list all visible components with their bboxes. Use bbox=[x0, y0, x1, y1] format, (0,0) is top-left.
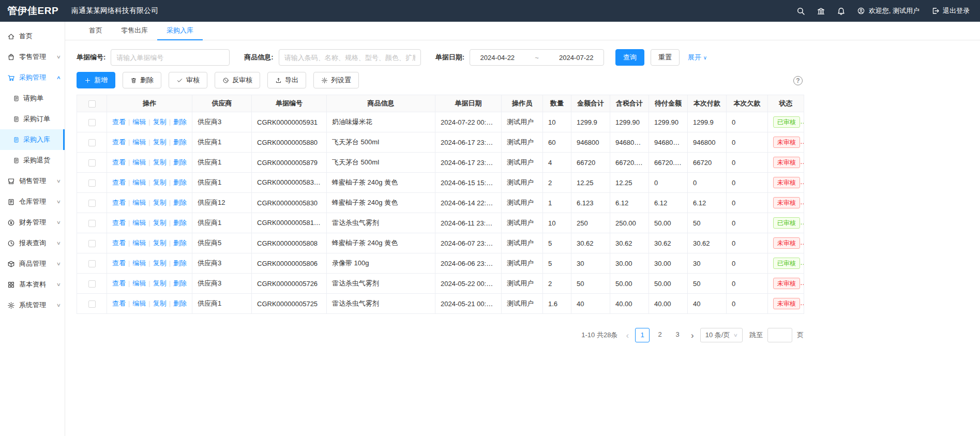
sidebar-item-warehouse[interactable]: 仓库管理∨ bbox=[0, 191, 65, 212]
row-action-edit[interactable]: 编辑 bbox=[132, 118, 146, 126]
row-action-view[interactable]: 查看 bbox=[112, 178, 126, 186]
row-action-delete[interactable]: 删除 bbox=[173, 158, 187, 166]
cell-qty: 60 bbox=[543, 132, 571, 153]
date-to-value[interactable]: 2024-07-22 bbox=[559, 54, 594, 62]
audit-button[interactable]: 审核 bbox=[169, 72, 207, 88]
sidebar-subitem-request-order[interactable]: 请购单 bbox=[0, 88, 65, 109]
date-range-picker[interactable]: 2024-04-22 ~ 2024-07-22 bbox=[470, 49, 604, 66]
export-icon bbox=[275, 77, 282, 84]
row-action-delete[interactable]: 删除 bbox=[173, 299, 187, 307]
row-checkbox[interactable] bbox=[88, 280, 96, 288]
row-action-copy[interactable]: 复制 bbox=[153, 138, 167, 146]
row-action-edit[interactable]: 编辑 bbox=[132, 138, 146, 146]
page-size-select[interactable]: 10 条/页 ∨ bbox=[700, 328, 743, 342]
row-action-edit[interactable]: 编辑 bbox=[132, 199, 146, 206]
next-page-button[interactable]: › bbox=[689, 331, 696, 340]
row-action-view[interactable]: 查看 bbox=[112, 199, 126, 206]
row-checkbox[interactable] bbox=[88, 139, 96, 146]
row-action-edit[interactable]: 编辑 bbox=[132, 299, 146, 307]
row-action-delete[interactable]: 删除 bbox=[173, 138, 187, 146]
row-action-edit[interactable]: 编辑 bbox=[132, 259, 146, 267]
row-action-view[interactable]: 查看 bbox=[112, 279, 126, 287]
sidebar-subitem-purchase-inbound[interactable]: 采购入库 bbox=[0, 129, 65, 150]
page-button-1[interactable]: 1 bbox=[635, 328, 650, 342]
order-no-input[interactable] bbox=[111, 49, 230, 66]
prev-page-button[interactable]: ‹ bbox=[624, 331, 630, 340]
row-checkbox[interactable] bbox=[88, 300, 96, 308]
row-action-copy[interactable]: 复制 bbox=[153, 219, 167, 227]
cell-operator: 测试用户 bbox=[502, 274, 543, 294]
page-button-3[interactable]: 3 bbox=[670, 328, 685, 342]
sidebar-item-report[interactable]: 报表查询∨ bbox=[0, 233, 65, 253]
sidebar-item-finance[interactable]: 财务管理∨ bbox=[0, 212, 65, 233]
sidebar-item-retail[interactable]: 零售管理∨ bbox=[0, 47, 65, 67]
sidebar-subitem-purchase-return[interactable]: 采购退货 bbox=[0, 150, 65, 171]
row-checkbox[interactable] bbox=[88, 119, 96, 126]
row-action-view[interactable]: 查看 bbox=[112, 259, 126, 267]
row-action-delete[interactable]: 删除 bbox=[173, 259, 187, 267]
row-checkbox[interactable] bbox=[88, 179, 96, 187]
row-action-edit[interactable]: 编辑 bbox=[132, 219, 146, 227]
row-action-copy[interactable]: 复制 bbox=[153, 239, 167, 247]
row-action-edit[interactable]: 编辑 bbox=[132, 279, 146, 287]
reset-button[interactable]: 重置 bbox=[651, 49, 680, 66]
tab-home[interactable]: 首页 bbox=[80, 22, 112, 40]
row-action-view[interactable]: 查看 bbox=[112, 158, 126, 166]
row-action-edit[interactable]: 编辑 bbox=[132, 158, 146, 166]
sidebar-item-system[interactable]: 系统管理∨ bbox=[0, 295, 65, 315]
date-from-value[interactable]: 2024-04-22 bbox=[480, 54, 515, 62]
bank-icon[interactable] bbox=[817, 7, 825, 16]
row-checkbox[interactable] bbox=[88, 200, 96, 207]
row-action-view[interactable]: 查看 bbox=[112, 239, 126, 247]
search-button[interactable]: 查询 bbox=[615, 49, 644, 66]
row-action-delete[interactable]: 删除 bbox=[173, 199, 187, 206]
row-action-copy[interactable]: 复制 bbox=[153, 259, 167, 267]
row-action-delete[interactable]: 删除 bbox=[173, 279, 187, 287]
row-checkbox[interactable] bbox=[88, 159, 96, 167]
expand-link[interactable]: 展开 ∨ bbox=[688, 53, 707, 62]
search-icon[interactable] bbox=[796, 7, 805, 16]
row-action-edit[interactable]: 编辑 bbox=[132, 239, 146, 247]
row-checkbox[interactable] bbox=[88, 240, 96, 247]
row-action-view[interactable]: 查看 bbox=[112, 219, 126, 227]
row-action-copy[interactable]: 复制 bbox=[153, 158, 167, 166]
row-checkbox[interactable] bbox=[88, 260, 96, 267]
row-action-edit[interactable]: 编辑 bbox=[132, 178, 146, 186]
welcome-user[interactable]: 欢迎您, 测试用户 bbox=[857, 6, 919, 16]
sidebar-item-sales[interactable]: 销售管理∨ bbox=[0, 171, 65, 191]
row-action-copy[interactable]: 复制 bbox=[153, 279, 167, 287]
tab-retail-outbound[interactable]: 零售出库 bbox=[112, 22, 157, 40]
export-button[interactable]: 导出 bbox=[267, 72, 306, 88]
tab-purchase-inbound[interactable]: 采购入库 bbox=[157, 22, 203, 40]
help-icon[interactable]: ? bbox=[793, 76, 803, 85]
column-header-0: 操作 bbox=[107, 95, 192, 112]
sidebar-subitem-purchase-order[interactable]: 采购订单 bbox=[0, 109, 65, 129]
sidebar-item-purchase[interactable]: 采购管理∧ bbox=[0, 67, 65, 88]
row-action-delete[interactable]: 删除 bbox=[173, 239, 187, 247]
row-action-view[interactable]: 查看 bbox=[112, 118, 126, 126]
product-info-input[interactable] bbox=[279, 49, 421, 66]
jump-page-input[interactable] bbox=[767, 328, 792, 342]
row-action-delete[interactable]: 删除 bbox=[173, 178, 187, 186]
delete-button[interactable]: 删除 bbox=[123, 72, 161, 88]
row-action-view[interactable]: 查看 bbox=[112, 138, 126, 146]
cell-qty: 1.6 bbox=[543, 294, 571, 314]
row-checkbox[interactable] bbox=[88, 220, 96, 227]
row-action-copy[interactable]: 复制 bbox=[153, 118, 167, 126]
column-settings-button[interactable]: 列设置 bbox=[313, 72, 359, 88]
sidebar-item-basic[interactable]: 基本资料∨ bbox=[0, 274, 65, 295]
row-action-copy[interactable]: 复制 bbox=[153, 199, 167, 206]
sidebar-item-goods[interactable]: 商品管理∨ bbox=[0, 253, 65, 274]
row-action-copy[interactable]: 复制 bbox=[153, 299, 167, 307]
page-button-2[interactable]: 2 bbox=[653, 328, 667, 342]
row-action-copy[interactable]: 复制 bbox=[153, 178, 167, 186]
select-all-checkbox[interactable] bbox=[88, 100, 96, 108]
logout-button[interactable]: 退出登录 bbox=[931, 6, 970, 16]
bell-icon[interactable] bbox=[837, 7, 846, 16]
sidebar-item-home[interactable]: 首页 bbox=[0, 26, 65, 47]
unaudit-button[interactable]: 反审核 bbox=[215, 72, 260, 88]
add-button[interactable]: 新增 bbox=[77, 72, 115, 88]
row-action-delete[interactable]: 删除 bbox=[173, 219, 187, 227]
row-action-delete[interactable]: 删除 bbox=[173, 118, 187, 126]
row-action-view[interactable]: 查看 bbox=[112, 299, 126, 307]
